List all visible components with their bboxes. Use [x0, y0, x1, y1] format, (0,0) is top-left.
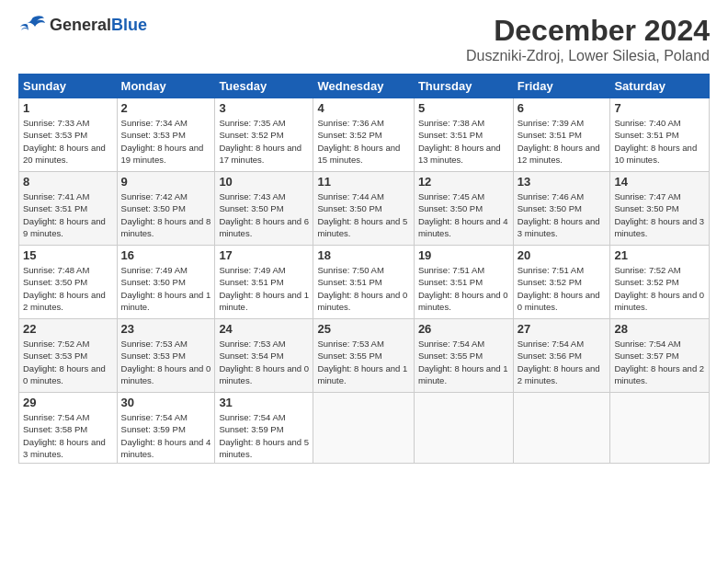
- day-cell-17: 17 Sunrise: 7:49 AMSunset: 3:51 PMDaylig…: [215, 246, 313, 319]
- empty-cell-3: [513, 393, 610, 464]
- day-cell-3: 3 Sunrise: 7:35 AMSunset: 3:52 PMDayligh…: [215, 98, 313, 172]
- day-cell-26: 26 Sunrise: 7:54 AMSunset: 3:55 PMDaylig…: [414, 319, 513, 393]
- header-thursday: Thursday: [414, 75, 513, 98]
- week-row-4: 22 Sunrise: 7:52 AMSunset: 3:53 PMDaylig…: [19, 319, 710, 393]
- header: GeneralBlue December 2024 Duszniki-Zdroj…: [18, 14, 710, 64]
- day-cell-13: 13 Sunrise: 7:46 AMSunset: 3:50 PMDaylig…: [513, 172, 610, 246]
- day-cell-15: 15 Sunrise: 7:48 AMSunset: 3:50 PMDaylig…: [19, 246, 118, 319]
- day-cell-12: 12 Sunrise: 7:45 AMSunset: 3:50 PMDaylig…: [414, 172, 513, 246]
- day-cell-7: 7 Sunrise: 7:40 AMSunset: 3:51 PMDayligh…: [610, 98, 710, 172]
- day-cell-19: 19 Sunrise: 7:51 AMSunset: 3:51 PMDaylig…: [414, 246, 513, 319]
- header-saturday: Saturday: [610, 75, 710, 98]
- week-row-3: 15 Sunrise: 7:48 AMSunset: 3:50 PMDaylig…: [19, 246, 710, 319]
- week-row-5: 29 Sunrise: 7:54 AMSunset: 3:58 PMDaylig…: [19, 393, 710, 464]
- page: GeneralBlue December 2024 Duszniki-Zdroj…: [0, 0, 728, 473]
- day-cell-14: 14 Sunrise: 7:47 AMSunset: 3:50 PMDaylig…: [610, 172, 710, 246]
- header-wednesday: Wednesday: [313, 75, 414, 98]
- day-cell-24: 24 Sunrise: 7:53 AMSunset: 3:54 PMDaylig…: [215, 319, 313, 393]
- header-friday: Friday: [513, 75, 610, 98]
- calendar: Sunday Monday Tuesday Wednesday Thursday…: [18, 74, 710, 464]
- logo-icon: [18, 14, 46, 37]
- empty-cell-2: [414, 393, 513, 464]
- header-sunday: Sunday: [19, 75, 118, 98]
- day-cell-4: 4 Sunrise: 7:36 AMSunset: 3:52 PMDayligh…: [313, 98, 414, 172]
- day-cell-6: 6 Sunrise: 7:39 AMSunset: 3:51 PMDayligh…: [513, 98, 610, 172]
- logo-blue: Blue: [111, 16, 147, 34]
- day-cell-20: 20 Sunrise: 7:51 AMSunset: 3:52 PMDaylig…: [513, 246, 610, 319]
- day-cell-29: 29 Sunrise: 7:54 AMSunset: 3:58 PMDaylig…: [19, 393, 118, 464]
- header-tuesday: Tuesday: [215, 75, 313, 98]
- day-cell-8: 8 Sunrise: 7:41 AMSunset: 3:51 PMDayligh…: [19, 172, 118, 246]
- day-cell-22: 22 Sunrise: 7:52 AMSunset: 3:53 PMDaylig…: [19, 319, 118, 393]
- month-title: December 2024: [466, 14, 710, 48]
- day-cell-5: 5 Sunrise: 7:38 AMSunset: 3:51 PMDayligh…: [414, 98, 513, 172]
- location-title: Duszniki-Zdroj, Lower Silesia, Poland: [466, 48, 710, 64]
- day-cell-10: 10 Sunrise: 7:43 AMSunset: 3:50 PMDaylig…: [215, 172, 313, 246]
- day-cell-9: 9 Sunrise: 7:42 AMSunset: 3:50 PMDayligh…: [117, 172, 215, 246]
- logo-text: GeneralBlue: [50, 16, 147, 35]
- day-cell-28: 28 Sunrise: 7:54 AMSunset: 3:57 PMDaylig…: [610, 319, 710, 393]
- week-row-1: 1 Sunrise: 7:33 AMSunset: 3:53 PMDayligh…: [19, 98, 710, 172]
- weekday-header-row: Sunday Monday Tuesday Wednesday Thursday…: [19, 75, 710, 98]
- header-monday: Monday: [117, 75, 215, 98]
- logo: GeneralBlue: [18, 14, 147, 37]
- day-cell-30: 30 Sunrise: 7:54 AMSunset: 3:59 PMDaylig…: [117, 393, 215, 464]
- day-cell-25: 25 Sunrise: 7:53 AMSunset: 3:55 PMDaylig…: [313, 319, 414, 393]
- day-cell-18: 18 Sunrise: 7:50 AMSunset: 3:51 PMDaylig…: [313, 246, 414, 319]
- day-cell-11: 11 Sunrise: 7:44 AMSunset: 3:50 PMDaylig…: [313, 172, 414, 246]
- day-cell-31: 31 Sunrise: 7:54 AMSunset: 3:59 PMDaylig…: [215, 393, 313, 464]
- title-area: December 2024 Duszniki-Zdroj, Lower Sile…: [466, 14, 710, 64]
- empty-cell-4: [610, 393, 710, 464]
- day-cell-2: 2 Sunrise: 7:34 AMSunset: 3:53 PMDayligh…: [117, 98, 215, 172]
- empty-cell-1: [313, 393, 414, 464]
- day-cell-1: 1 Sunrise: 7:33 AMSunset: 3:53 PMDayligh…: [19, 98, 118, 172]
- logo-general: General: [50, 16, 111, 34]
- day-cell-23: 23 Sunrise: 7:53 AMSunset: 3:53 PMDaylig…: [117, 319, 215, 393]
- day-cell-27: 27 Sunrise: 7:54 AMSunset: 3:56 PMDaylig…: [513, 319, 610, 393]
- week-row-2: 8 Sunrise: 7:41 AMSunset: 3:51 PMDayligh…: [19, 172, 710, 246]
- day-cell-16: 16 Sunrise: 7:49 AMSunset: 3:50 PMDaylig…: [117, 246, 215, 319]
- day-cell-21: 21 Sunrise: 7:52 AMSunset: 3:52 PMDaylig…: [610, 246, 710, 319]
